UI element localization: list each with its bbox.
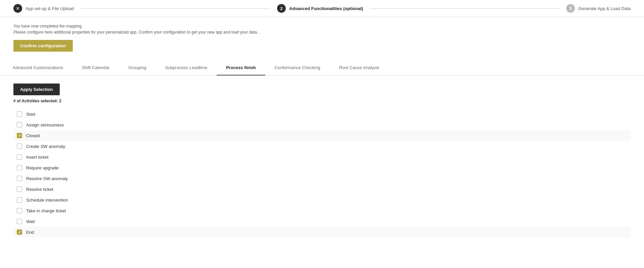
step-3-circle: 3 (566, 4, 575, 13)
activity-label: Require upgrade (26, 165, 59, 170)
activity-label: Wait (26, 219, 35, 224)
list-item[interactable]: Closed (13, 130, 631, 141)
step-2-circle: 2 (277, 4, 286, 13)
list-item[interactable]: Start (13, 109, 631, 119)
list-item[interactable]: End (13, 227, 631, 237)
confirm-configuration-button[interactable]: Confirm configuration (13, 40, 73, 52)
checkbox-icon (17, 219, 22, 224)
list-item[interactable]: Create SW anomaly (13, 141, 631, 152)
checkbox-icon (17, 111, 22, 117)
checkbox-icon (17, 133, 22, 138)
checkbox-icon (17, 208, 22, 213)
step-divider-2 (370, 8, 559, 9)
step-2: 2 Advanced Functionalities (optional) (277, 4, 363, 13)
content-area: Apply Selection # of Activities selected… (0, 75, 644, 246)
step-1-circle: ✕ (13, 4, 22, 13)
tab-grouping[interactable]: Grouping (119, 60, 156, 75)
tab-shift-calendar[interactable]: Shift Calendar (72, 60, 119, 75)
activity-label: Closed (26, 133, 40, 138)
tab-process-finish[interactable]: Process finish (217, 60, 265, 75)
stepper: ✕ App set-up & File Upload 2 Advanced Fu… (0, 0, 644, 17)
notice-line1: You have now completed the mapping. (13, 24, 631, 29)
activities-checklist: StartAssign seriousnessClosedCreate SW a… (13, 109, 631, 237)
activities-count-value: 2 (59, 99, 61, 103)
step-1-label: App set-up & File Upload (25, 6, 74, 11)
tab-subprocess-leadtime[interactable]: Subprocess Leadtime (156, 60, 217, 75)
activity-label: Start (26, 112, 35, 117)
notice-line2: Please configure here additional propert… (13, 30, 631, 35)
activities-count-label: # of Activities selected: (13, 99, 58, 103)
activity-label: Assign seriousness (26, 122, 64, 127)
checkbox-icon (17, 122, 22, 127)
checkbox-icon (17, 144, 22, 149)
tab-conformance-checking[interactable]: Conformance Checking (265, 60, 330, 75)
step-3-label: Generate App & Load Data (578, 6, 631, 11)
step-2-label: Advanced Functionalities (optional) (289, 6, 363, 11)
tab-advanced-customizations[interactable]: Advanced Customizations (3, 60, 72, 75)
activity-label: Insert ticket (26, 155, 48, 160)
list-item[interactable]: Assign seriousness (13, 119, 631, 130)
list-item[interactable]: Take in charge ticket (13, 205, 631, 216)
list-item[interactable]: Insert ticket (13, 152, 631, 162)
apply-selection-button[interactable]: Apply Selection (13, 84, 60, 95)
step-1: ✕ App set-up & File Upload (13, 4, 74, 13)
activity-label: Schedule intervention (26, 198, 68, 203)
checkbox-icon (17, 176, 22, 181)
checkbox-icon (17, 186, 22, 192)
step-divider-1 (81, 8, 271, 9)
activity-label: End (26, 230, 34, 235)
activities-count: # of Activities selected: 2 (13, 99, 631, 103)
step-3: 3 Generate App & Load Data (566, 4, 631, 13)
activity-label: Resolve ticket (26, 187, 53, 192)
notice-area: You have now completed the mapping. Plea… (0, 17, 644, 55)
checkbox-icon (17, 229, 22, 235)
list-item[interactable]: Require upgrade (13, 162, 631, 173)
list-item[interactable]: Schedule intervention (13, 195, 631, 205)
checkbox-icon (17, 197, 22, 203)
activity-label: Resolve SW anomaly (26, 176, 68, 181)
activity-label: Create SW anomaly (26, 144, 65, 149)
list-item[interactable]: Wait (13, 216, 631, 227)
checkbox-icon (17, 165, 22, 170)
list-item[interactable]: Resolve SW anomaly (13, 173, 631, 184)
checkbox-icon (17, 154, 22, 160)
tabs-container: Advanced CustomizationsShift CalendarGro… (0, 60, 644, 75)
activity-label: Take in charge ticket (26, 208, 66, 213)
tab-root-cause-analysis[interactable]: Root Cause Analysis (330, 60, 389, 75)
list-item[interactable]: Resolve ticket (13, 184, 631, 195)
